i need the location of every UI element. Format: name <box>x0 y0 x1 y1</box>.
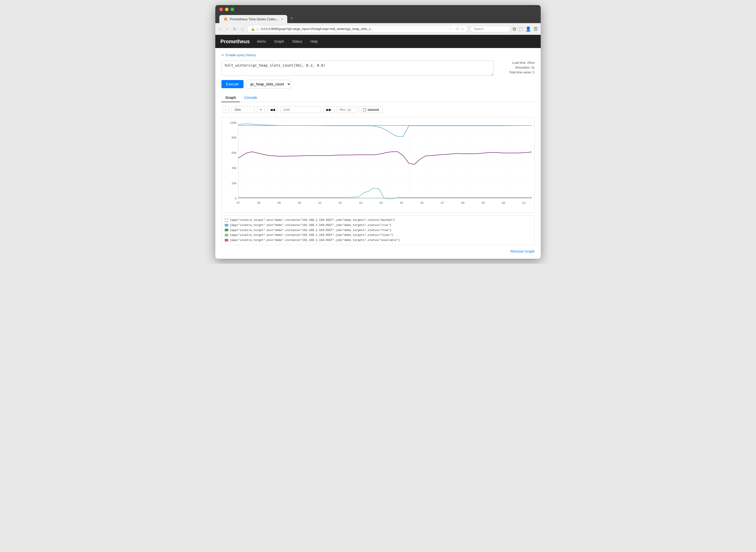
legend-item-final: {app="sinatra_target",env="demo",instanc… <box>225 233 531 238</box>
legend-color-available <box>225 239 228 242</box>
legend-color-final <box>225 234 228 236</box>
svg-text:50: 50 <box>502 201 505 204</box>
legend-item-free: {app="sinatra_target",env="demo",instanc… <box>225 228 531 233</box>
legend-label-free: {app="sinatra_target",env="demo",instanc… <box>230 228 391 233</box>
svg-text:48: 48 <box>461 201 465 204</box>
svg-text:37: 37 <box>236 201 240 204</box>
svg-text:44: 44 <box>379 201 383 204</box>
chart-container: 100k 80k 60k 40k 20k 0 37 38 39 40 41 42… <box>221 117 535 213</box>
remove-graph-section: Remove Graph <box>221 249 535 254</box>
clock-icon: ↩ <box>221 53 224 57</box>
tab-title: Prometheus Time Series Collec... <box>230 17 279 21</box>
toolbar-icons: ⧉ ⬚ 👤 ☰ <box>513 26 538 32</box>
url-text: 0.0.0.0:9090/graph?g0.range_input=15m&g0… <box>261 27 373 31</box>
time-plus-button[interactable]: + <box>257 106 265 113</box>
resolution: Resolution: 3s <box>496 65 535 70</box>
svg-rect-0 <box>238 123 532 199</box>
metric-selector[interactable]: gc_heap_slots_count <box>247 80 291 89</box>
home-button[interactable]: ⌂ <box>240 26 245 32</box>
tab-graph[interactable]: Graph <box>221 94 240 102</box>
tab-close-icon[interactable]: ✕ <box>281 17 283 21</box>
nav-help[interactable]: Help <box>309 35 319 47</box>
load-time: Load time: 20ms <box>496 60 535 65</box>
query-section: holt_winters(gc_heap_slots_count[5m], 0.… <box>221 60 535 76</box>
main-content: ↩ Enable query history holt_winters(gc_h… <box>215 48 541 259</box>
bookmark-shield-icon[interactable]: 🛡 <box>456 27 459 31</box>
forward-button[interactable]: › <box>225 26 229 32</box>
stacked-checkbox-icon <box>363 108 366 111</box>
legend-label-live: {app="sinatra_target",env="demo",instanc… <box>230 223 391 228</box>
reload-button[interactable]: ↻ <box>231 26 238 32</box>
minimize-button[interactable] <box>225 8 229 11</box>
address-bar-input[interactable]: 🔒 ⬡ 0.0.0.0:9090/graph?g0.range_input=15… <box>247 25 468 33</box>
stacked-label: stacked <box>368 108 379 112</box>
user-avatar-icon[interactable]: 👤 <box>525 26 531 32</box>
prometheus-icon: ⬡ <box>256 27 259 31</box>
browser-titlebar: 🔥 Prometheus Time Series Collec... ✕ + <box>215 5 541 23</box>
execute-button[interactable]: Execute <box>221 80 244 88</box>
svg-text:49: 49 <box>482 201 485 204</box>
prometheus-brand: Prometheus <box>220 39 250 44</box>
time-back-button[interactable]: ◀◀ <box>267 106 278 113</box>
legend-item-available: {app="sinatra_target",env="demo",instanc… <box>225 238 531 243</box>
address-options-icon[interactable]: ··· <box>449 27 452 31</box>
legend-item-live: {app="sinatra_target",env="demo",instanc… <box>225 223 531 228</box>
svg-text:46: 46 <box>420 201 423 204</box>
time-range-input[interactable] <box>232 106 254 113</box>
until-input[interactable] <box>280 106 321 113</box>
svg-text:51: 51 <box>522 201 525 204</box>
stacked-button[interactable]: stacked <box>360 106 382 113</box>
query-input[interactable]: holt_winters(gc_heap_slots_count[5m], 0.… <box>221 60 493 76</box>
legend-color-marked: ── <box>225 219 228 221</box>
tab-bar: 🔥 Prometheus Time Series Collec... ✕ + <box>219 14 537 23</box>
close-button[interactable] <box>219 8 223 11</box>
load-info: Load time: 20ms Resolution: 3s Total tim… <box>496 60 535 75</box>
search-box[interactable]: Search <box>470 26 511 32</box>
tab-console[interactable]: Console <box>240 94 261 102</box>
back-button[interactable]: ‹ <box>218 26 223 32</box>
new-tab-button[interactable]: + <box>287 14 296 23</box>
query-history-link[interactable]: ↩ Enable query history <box>221 53 535 57</box>
svg-text:40k: 40k <box>232 166 237 169</box>
nav-status[interactable]: Status <box>291 35 303 47</box>
svg-text:41: 41 <box>318 201 321 204</box>
svg-text:60k: 60k <box>232 151 237 154</box>
svg-text:47: 47 <box>440 201 444 204</box>
menu-icon[interactable]: ☰ <box>533 26 538 32</box>
svg-text:0: 0 <box>235 197 237 200</box>
graph-controls: - + ◀◀ ▶▶ stacked <box>221 106 535 113</box>
remove-graph-button[interactable]: Remove Graph <box>510 249 535 253</box>
legend-color-live <box>225 224 228 227</box>
traffic-lights <box>219 8 537 11</box>
svg-text:42: 42 <box>339 201 342 204</box>
time-minus-button[interactable]: - <box>223 106 229 113</box>
security-icon: 🔒 <box>251 27 255 31</box>
address-bar: ‹ › ↻ ⌂ 🔒 ⬡ 0.0.0.0:9090/graph?g0.range_… <box>215 23 541 35</box>
resolution-input[interactable] <box>337 106 357 113</box>
total-series: Total time series: 5 <box>496 70 535 75</box>
tab-view-icon[interactable]: ⬚ <box>519 26 523 32</box>
prometheus-navbar: Prometheus Alerts Graph Status Help <box>215 35 541 48</box>
tab-navigation: Graph Console <box>221 94 535 102</box>
svg-text:38: 38 <box>257 201 260 204</box>
chart-svg: 100k 80k 60k 40k 20k 0 37 38 39 40 41 42… <box>224 120 532 212</box>
svg-text:45: 45 <box>400 201 403 204</box>
svg-text:43: 43 <box>359 201 362 204</box>
browser-tab-active[interactable]: 🔥 Prometheus Time Series Collec... ✕ <box>219 15 287 23</box>
svg-text:39: 39 <box>277 201 281 204</box>
chart-legend: ── {app="sinatra_target",env="demo",inst… <box>221 215 535 245</box>
legend-label-available: {app="sinatra_target",env="demo",instanc… <box>230 238 400 243</box>
tab-favicon-icon: 🔥 <box>224 17 228 21</box>
history-link-text: Enable query history <box>226 53 256 57</box>
bookmarks-icon[interactable]: ⧉ <box>513 26 516 32</box>
maximize-button[interactable] <box>231 8 234 11</box>
time-forward-button[interactable]: ▶▶ <box>324 106 334 113</box>
browser-window: 🔥 Prometheus Time Series Collec... ✕ + ‹… <box>215 5 541 259</box>
svg-text:40: 40 <box>298 201 301 204</box>
bookmark-star-icon[interactable]: ☆ <box>461 27 464 31</box>
legend-label-final: {app="sinatra_target",env="demo",instanc… <box>230 233 393 238</box>
nav-graph[interactable]: Graph <box>273 35 285 47</box>
legend-item-marked: ── {app="sinatra_target",env="demo",inst… <box>225 218 531 223</box>
nav-alerts[interactable]: Alerts <box>256 35 267 47</box>
legend-label-marked: {app="sinatra_target",env="demo",instanc… <box>230 218 395 223</box>
